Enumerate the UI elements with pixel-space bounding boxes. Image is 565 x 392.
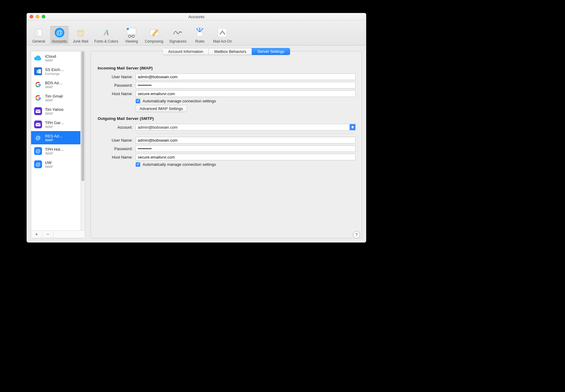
svg-rect-20 [38, 69, 41, 73]
advanced-imap-button[interactable]: Advanced IMAP Settings [136, 105, 187, 112]
stamp-icon [217, 27, 228, 38]
svg-rect-7 [127, 28, 129, 30]
account-name: TPH Gar… [45, 120, 64, 125]
select-arrows-icon [350, 124, 355, 130]
svg-rect-16 [218, 28, 227, 37]
tab-mailbox-behaviors[interactable]: Mailbox Behaviors [208, 48, 252, 55]
preferences-window: Accounts General @ Accounts Junk Mail A … [27, 13, 366, 243]
account-item[interactable]: @ RES Ad… IMAP [31, 131, 81, 144]
outgoing-host-input[interactable] [136, 154, 356, 160]
help-button[interactable]: ? [353, 231, 360, 238]
account-type: IMAP [45, 112, 63, 115]
switch-icon [33, 27, 44, 38]
toolbar-accounts[interactable]: @ Accounts [50, 26, 69, 44]
account-type: IMAP [45, 138, 63, 142]
account-icon: @ [34, 133, 43, 142]
svg-point-9 [132, 35, 134, 37]
svg-text:@: @ [35, 148, 40, 154]
svg-point-17 [221, 31, 223, 32]
account-type: IMAP [45, 59, 56, 62]
sidebar-footer: + − [31, 230, 85, 238]
toolbar-label: Accounts [52, 39, 67, 43]
accounts-sidebar: iCloud IMAP E SS Exch… Exchange BDS Ad… … [31, 51, 85, 238]
tab-server-settings[interactable]: Server Settings [252, 48, 290, 55]
scrollbar[interactable] [80, 51, 85, 230]
toolbar-fonts-colors[interactable]: A Fonts & Colors [92, 26, 120, 44]
preferences-toolbar: General @ Accounts Junk Mail A Fonts & C… [27, 21, 366, 46]
account-item[interactable]: Tim Yahoo IMAP [31, 104, 81, 118]
account-type: IMAP [45, 85, 63, 89]
account-item[interactable]: iCloud IMAP [31, 51, 81, 65]
account-type: IMAP [45, 165, 53, 169]
server-settings-panel: Incoming Mail Server (IMAP) User Name: P… [91, 51, 362, 172]
account-item[interactable]: BDS Ad… IMAP [31, 78, 81, 91]
toolbar-general[interactable]: General [30, 26, 48, 44]
incoming-password-input[interactable] [136, 82, 356, 88]
svg-text:@: @ [35, 135, 40, 141]
incoming-password-label: Password: [97, 83, 133, 88]
toolbar-composing[interactable]: Composing [143, 26, 165, 44]
toolbar-rules[interactable]: Rules [191, 26, 209, 44]
incoming-host-input[interactable] [136, 90, 356, 97]
account-name: RES Ad… [45, 134, 63, 138]
rules-icon [194, 27, 205, 38]
toolbar-mail-act-on[interactable]: Mail Act-On [211, 26, 234, 44]
svg-text:@: @ [56, 29, 63, 36]
main-panel: Account Information Mailbox Behaviors Se… [91, 51, 362, 238]
account-item[interactable]: @ TPH Hot… IMAP [31, 144, 81, 158]
toolbar-label: General [32, 39, 45, 43]
incoming-host-label: Host Name: [97, 92, 133, 96]
toolbar-label: Mail Act-On [213, 39, 232, 43]
window-title: Accounts [27, 14, 366, 19]
svg-rect-24 [36, 123, 40, 126]
outgoing-account-value: admin@bobswain.com [138, 125, 178, 130]
svg-text:A: A [103, 28, 109, 37]
toolbar-signatures[interactable]: Signatures [167, 26, 188, 44]
incoming-auto-label: Automatically manage connection settings [143, 99, 216, 103]
account-name: iCloud [45, 54, 56, 59]
toolbar-label: Rules [195, 39, 205, 43]
outgoing-section-title: Outgoing Mail Server (SMTP) [98, 116, 356, 121]
account-name: Tim Gmail [45, 94, 63, 98]
account-type: IMAP [45, 152, 64, 155]
toolbar-junk[interactable]: Junk Mail [71, 26, 90, 44]
account-item[interactable]: E SS Exch… Exchange [31, 65, 81, 78]
account-icon: E [34, 67, 43, 76]
account-name: BDS Ad… [45, 81, 63, 85]
accounts-list[interactable]: iCloud IMAP E SS Exch… Exchange BDS Ad… … [31, 51, 85, 230]
tab-account-information[interactable]: Account Information [163, 48, 209, 55]
outgoing-host-label: Host Name: [97, 155, 133, 159]
outgoing-password-input[interactable] [136, 145, 356, 152]
account-type: IMAP [45, 98, 63, 102]
font-color-icon: A [101, 27, 112, 38]
account-item[interactable]: TPH Gar… IMAP [31, 118, 81, 131]
outgoing-username-input[interactable] [136, 137, 356, 143]
remove-account-button[interactable]: − [42, 231, 53, 238]
account-type: Exchange [45, 72, 64, 76]
account-icon [34, 120, 43, 129]
toolbar-label: Fonts & Colors [94, 39, 118, 43]
svg-rect-1 [36, 30, 38, 35]
toolbar-viewing[interactable]: Viewing [122, 26, 140, 44]
signature-icon [173, 27, 183, 38]
account-item[interactable]: @ UW IMAP [31, 158, 81, 171]
incoming-section-title: Incoming Mail Server (IMAP) [98, 66, 356, 70]
add-account-button[interactable]: + [31, 231, 42, 238]
account-name: Tim Yahoo [45, 107, 63, 112]
scroll-thumb[interactable] [81, 51, 84, 181]
account-icon [34, 53, 43, 63]
incoming-username-label: User Name: [97, 75, 133, 79]
incoming-username-input[interactable] [136, 73, 356, 80]
outgoing-auto-checkbox[interactable]: ✓ [136, 162, 140, 167]
svg-rect-4 [77, 30, 84, 31]
outgoing-account-select[interactable]: admin@bobswain.com [136, 124, 356, 130]
viewing-icon [126, 27, 137, 38]
at-icon: @ [54, 27, 65, 38]
toolbar-label: Junk Mail [73, 39, 88, 43]
account-item[interactable]: Tim Gmail IMAP [31, 91, 81, 104]
svg-text:@: @ [35, 162, 40, 167]
svg-point-8 [128, 35, 131, 37]
divider [136, 133, 356, 134]
account-name: UW [45, 160, 53, 165]
incoming-auto-checkbox[interactable]: ✓ [136, 99, 140, 103]
